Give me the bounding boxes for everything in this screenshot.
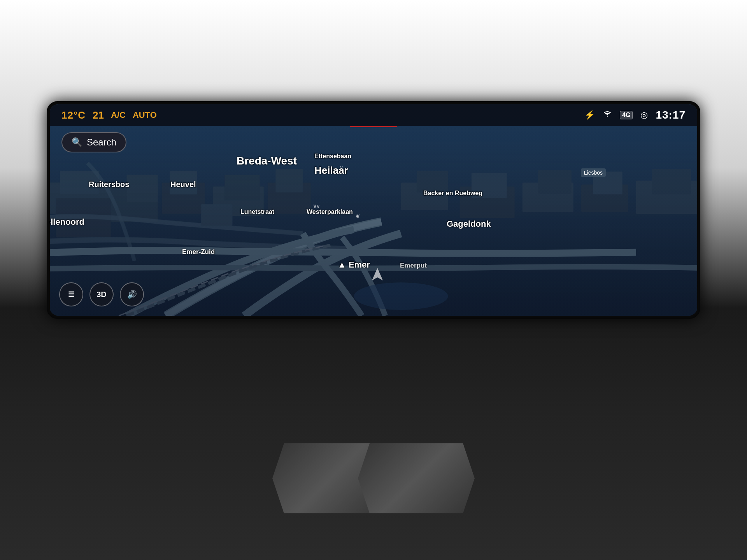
- menu-icon: ☰: [68, 290, 74, 299]
- map-svg: ∨ ∨: [50, 104, 697, 316]
- search-label: Search: [87, 137, 116, 148]
- svg-rect-10: [201, 204, 233, 226]
- wifi-icon: [603, 110, 612, 120]
- menu-button[interactable]: ☰: [59, 282, 83, 306]
- map-container[interactable]: ∨ ∨ 12°C 21 A/C AUTO ⚡: [50, 104, 697, 316]
- 3d-label: 3D: [96, 290, 107, 299]
- time-display: 13:17: [656, 109, 686, 121]
- svg-point-23: [354, 282, 448, 310]
- road-marker-2: ∨: [355, 213, 359, 219]
- infotainment-screen: ∨ ∨ 12°C 21 A/C AUTO ⚡: [50, 104, 697, 316]
- dashboard-surface: [0, 308, 747, 560]
- bottom-controls: ☰ 3D 🔊: [59, 282, 144, 306]
- road-marker-1: ∨: [316, 203, 320, 209]
- climate-info: 12°C 21 A/C AUTO: [61, 109, 157, 121]
- car-dashboard: ∨ ∨ 12°C 21 A/C AUTO ⚡: [0, 0, 747, 560]
- bluetooth-icon: ⚡: [584, 110, 595, 120]
- gps-icon: ◎: [640, 110, 648, 120]
- 4g-icon: 4G: [620, 111, 633, 119]
- 3d-view-button[interactable]: 3D: [89, 282, 114, 306]
- fan-speed-display: 21: [93, 109, 104, 121]
- vent-right: [358, 443, 475, 513]
- mode-label: AUTO: [133, 110, 157, 120]
- status-bar: 12°C 21 A/C AUTO ⚡: [50, 104, 697, 126]
- map-label-liesbos: Liesbos: [581, 168, 606, 177]
- volume-icon: 🔊: [127, 290, 137, 299]
- svg-rect-22: [652, 169, 691, 194]
- temperature-display: 12°C: [61, 109, 86, 121]
- volume-button[interactable]: 🔊: [120, 282, 144, 306]
- search-icon: 🔍: [72, 137, 82, 147]
- svg-rect-14: [417, 171, 448, 192]
- screen-bezel: ∨ ∨ 12°C 21 A/C AUTO ⚡: [47, 101, 700, 319]
- svg-rect-12: [275, 169, 303, 192]
- status-right-icons: ⚡ 4G ◎: [584, 109, 686, 121]
- svg-rect-5: [126, 175, 158, 202]
- svg-rect-9: [224, 175, 260, 200]
- road-marker-3: ∨: [340, 164, 344, 170]
- ac-label: A/C: [111, 110, 126, 120]
- svg-rect-7: [170, 171, 197, 194]
- search-button[interactable]: 🔍 Search: [61, 132, 126, 152]
- accent-line: [350, 126, 397, 127]
- svg-rect-18: [538, 170, 572, 193]
- svg-rect-3: [60, 171, 99, 194]
- svg-rect-16: [472, 173, 507, 198]
